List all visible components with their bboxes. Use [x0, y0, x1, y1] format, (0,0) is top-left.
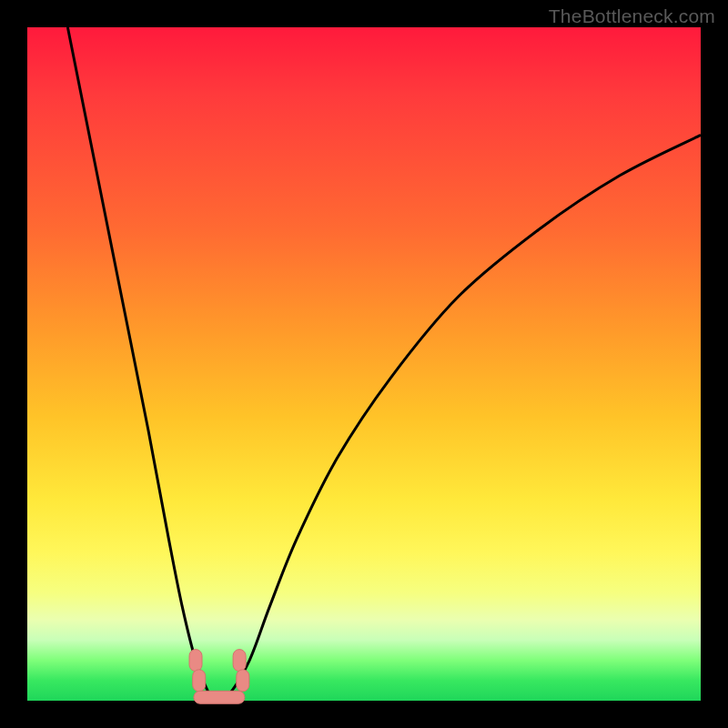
plot-area [27, 27, 701, 701]
right-node-upper [233, 650, 246, 672]
bottleneck-curve-path [67, 27, 701, 701]
right-node-lower [237, 670, 249, 692]
bottom-bar [194, 691, 245, 703]
curve-svg [27, 27, 701, 701]
left-node-upper [189, 650, 202, 672]
curve-markers [189, 650, 249, 704]
left-node-lower [193, 670, 206, 692]
watermark-text: TheBottleneck.com [549, 5, 715, 27]
chart-frame: TheBottleneck.com [0, 0, 728, 728]
